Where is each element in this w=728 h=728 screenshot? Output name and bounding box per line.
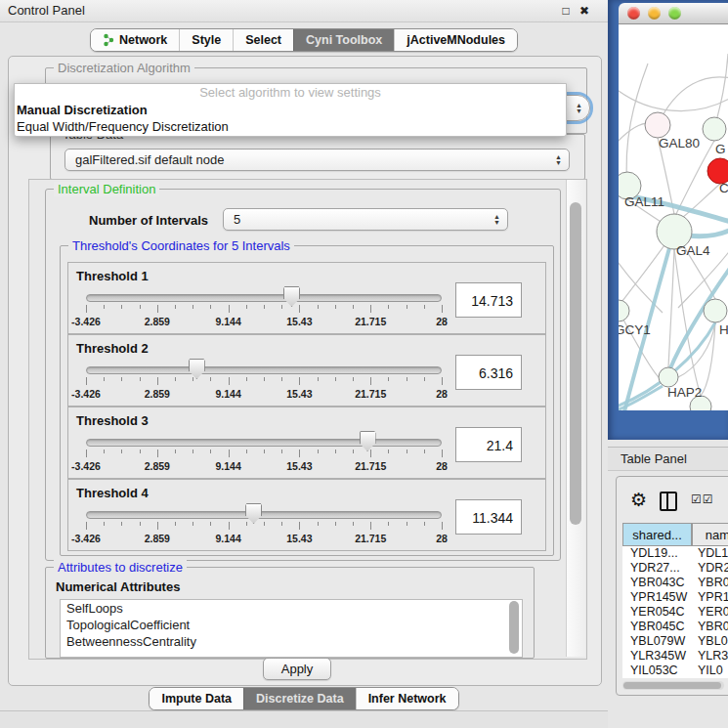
table-row[interactable]: YBL079WYBL0 (622, 634, 728, 649)
network-node[interactable] (704, 299, 727, 322)
table-row[interactable]: YPR145WYPR1 (622, 590, 728, 605)
table-rows[interactable]: YDL19...YDL1YDR27...YDR2YBR043CYBR0YPR14… (622, 546, 728, 678)
slider-thumb[interactable] (189, 359, 205, 379)
slider-track[interactable] (86, 294, 442, 302)
table-cell[interactable]: YPR145W (622, 590, 692, 605)
threshold-panel-4: Threshold 4 -3.4262.8599.14415.4321.7152… (67, 479, 546, 551)
threshold-slider[interactable]: -3.4262.8599.14415.4321.71528 (86, 433, 442, 476)
close-traffic-light-icon[interactable] (627, 7, 640, 20)
network-graph[interactable]: GAL80GCGAL11GAL4GCY1HHAP2 (619, 24, 728, 410)
column-header-name[interactable]: name (692, 523, 728, 546)
node-table[interactable]: shared...name YDL19...YDL1YDR27...YDR2YB… (622, 523, 728, 678)
slider-track[interactable] (86, 439, 442, 447)
threshold-value-field[interactable]: 11.344 (455, 499, 522, 535)
table-row[interactable]: YDL19...YDL1 (622, 546, 728, 561)
table-hscrollbar-thumb[interactable] (623, 682, 721, 689)
table-cell[interactable]: YLR345W (622, 649, 692, 664)
network-edge[interactable] (675, 141, 714, 216)
slider-track[interactable] (86, 366, 442, 374)
table-cell[interactable]: YBL0 (692, 634, 728, 649)
split-pane-icon[interactable] (660, 492, 677, 511)
network-edge[interactable] (668, 249, 674, 367)
table-cell[interactable]: YIL0 (692, 664, 728, 678)
network-node[interactable] (659, 367, 678, 387)
status-strip (0, 711, 608, 728)
network-edge[interactable] (619, 83, 728, 111)
table-cell[interactable]: YDL1 (692, 546, 728, 561)
network-node[interactable] (703, 117, 726, 141)
table-cell[interactable]: YDL19... (622, 546, 692, 561)
column-header-shared-name[interactable]: shared... (622, 523, 692, 546)
network-node-label: H (719, 322, 728, 337)
table-row[interactable]: YBR043CYBR0 (622, 576, 728, 590)
settings-scrollbar[interactable] (566, 180, 585, 657)
table-hscrollbar[interactable] (622, 681, 724, 690)
table-cell[interactable]: YBL079W (622, 634, 692, 649)
list-scrollbar[interactable] (509, 601, 519, 654)
table-cell[interactable]: YER0 (692, 605, 728, 620)
network-window-titlebar[interactable] (619, 3, 728, 24)
numerical-attributes-list[interactable]: SelfLoopsTopologicalCoefficientBetweenne… (60, 599, 523, 658)
float-icon[interactable]: □ (557, 0, 575, 21)
table-row[interactable]: YIL053CYIL0 (622, 664, 728, 678)
network-node[interactable] (645, 112, 670, 138)
threshold-slider[interactable]: -3.4262.8599.14415.4321.71528 (86, 505, 442, 548)
threshold-slider[interactable]: -3.4262.8599.14415.4321.71528 (86, 288, 442, 331)
network-node[interactable] (619, 300, 629, 321)
table-cell[interactable]: YLR3 (692, 649, 728, 664)
dropdown-option-equal-width[interactable]: Equal Width/Frequency Discretization (15, 118, 566, 135)
attribute-list-item[interactable]: TopologicalCoefficient (61, 617, 522, 633)
network-edge-highlighted[interactable] (619, 386, 663, 410)
tab-jactivemnodules[interactable]: jActiveMNodules (394, 29, 517, 51)
slider-thumb[interactable] (360, 431, 376, 451)
network-edge-highlighted[interactable] (687, 230, 728, 236)
zoom-traffic-light-icon[interactable] (668, 7, 681, 20)
table-cell[interactable]: YIL053C (622, 664, 692, 678)
table-cell[interactable]: YBR0 (692, 620, 728, 634)
apply-button[interactable]: Apply (263, 658, 331, 680)
table-cell[interactable]: YDR2 (692, 561, 728, 576)
slider-tick-mark (246, 522, 247, 526)
slider-thumb[interactable] (245, 503, 262, 524)
table-cell[interactable]: YER054C (622, 605, 692, 620)
table-cell[interactable]: YBR045C (622, 620, 692, 634)
table-cell[interactable]: YDR27... (622, 561, 692, 576)
checkbox-icons[interactable]: ☑☑ (691, 492, 714, 506)
tab-impute-data[interactable]: Impute Data (150, 688, 243, 709)
dropdown-option-manual[interactable]: Manual Discretization (15, 102, 566, 118)
tab-select[interactable]: Select (233, 29, 293, 51)
table-cell[interactable]: YPR1 (692, 590, 728, 605)
network-edge[interactable] (674, 249, 701, 396)
close-icon[interactable]: ✖ (576, 0, 593, 21)
minimize-traffic-light-icon[interactable] (648, 7, 661, 20)
table-row[interactable]: YER054CYER0 (622, 605, 728, 620)
table-row[interactable]: YLR345WYLR3 (622, 649, 728, 664)
threshold-slider[interactable]: -3.4262.8599.14415.4321.71528 (86, 361, 442, 404)
table-cell[interactable]: YBR043C (622, 576, 692, 590)
threshold-value-field[interactable]: 14.713 (455, 282, 522, 318)
network-edge[interactable] (619, 311, 659, 377)
table-cell[interactable]: YBR0 (692, 576, 728, 590)
attribute-list-item[interactable]: SelfLoops (61, 600, 522, 617)
thresholds-group-title: Threshold's Coordinates for 5 Intervals (68, 238, 294, 253)
table-row[interactable]: YDR27...YDR2 (622, 561, 728, 576)
threshold-value-field[interactable]: 21.4 (455, 427, 522, 462)
tab-style[interactable]: Style (179, 29, 233, 51)
network-canvas[interactable]: GAL80GCGAL11GAL4GCY1HHAP2 (619, 24, 728, 410)
tab-network[interactable]: Network (91, 29, 179, 51)
gear-icon[interactable]: ⚙ (630, 489, 647, 512)
tab-infer-network[interactable]: Infer Network (356, 688, 458, 709)
tab-discretize-data[interactable]: Discretize Data (243, 688, 356, 709)
table-row[interactable]: YBR045CYBR0 (622, 620, 728, 634)
tab-cyni-toolbox[interactable]: Cyni Toolbox (293, 29, 394, 51)
slider-thumb[interactable] (283, 286, 300, 307)
attribute-list-item[interactable]: BetweennessCentrality (61, 633, 522, 650)
threshold-value-field[interactable]: 6.316 (455, 355, 522, 390)
table-header-row[interactable]: shared...name (622, 523, 728, 546)
settings-scrollbar-thumb[interactable] (570, 202, 581, 525)
table-data-combo[interactable]: galFiltered.sif default node ▲▼ (64, 149, 570, 171)
num-intervals-combo[interactable]: 5 ▲▼ (223, 208, 508, 231)
cyni-toolbox-panel: Discretization Algorithm ▲▼ Select algor… (8, 56, 602, 686)
slider-ticks (86, 305, 442, 314)
slider-track[interactable] (86, 511, 442, 519)
